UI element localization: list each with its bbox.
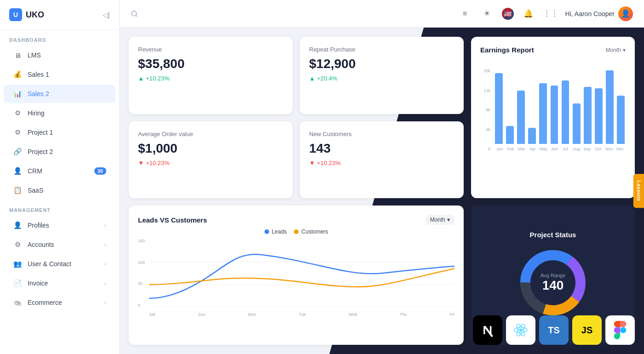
bar-group [527, 66, 537, 144]
sidebar-item-label: Sales 2 [28, 90, 49, 97]
bar-group [605, 66, 615, 144]
sidebar-item-label: Invoice [28, 280, 48, 287]
ecommerce-icon: 🛍 [13, 298, 22, 307]
theme-toggle[interactable]: ☀ [480, 6, 494, 21]
sidebar: U UKO ◁| DASHBOARD 🖥 LMS 💰 Sales 1 📊 Sal… [0, 0, 120, 354]
donut-center: Avg Range 140 [540, 273, 565, 293]
sidebar-item-label: Profiles [28, 222, 49, 229]
crm-icon: 👤 [13, 166, 22, 176]
chevron-down-icon: ▾ [447, 217, 450, 223]
bar [495, 73, 503, 144]
new-customers-value: 143 [309, 141, 454, 156]
layouts-tab[interactable]: Layouts [633, 174, 644, 208]
sidebar-item-project2[interactable]: 🔗 Project 2 [4, 143, 115, 161]
down-arrow-icon: ▼ [138, 160, 144, 166]
notification-bell-icon[interactable]: 🔔 [521, 6, 536, 21]
bar-group [538, 66, 548, 144]
invoice-icon: 📄 [13, 279, 22, 288]
sidebar-item-crm[interactable]: 👤 CRM 30 [4, 162, 115, 180]
project1-icon: ⚙ [13, 128, 22, 137]
sidebar-item-label: Project 2 [28, 148, 53, 155]
earnings-title: Earnings Report [480, 46, 534, 54]
saas-icon: 📋 [13, 186, 22, 195]
revenue-change: ▲ +10.23% [138, 75, 283, 82]
bar-label: Apr [527, 147, 538, 151]
revenue-card: Revenue $35,800 ▲ +10.23% [129, 37, 293, 114]
leads-chart-card: Leads VS Customers Month ▾ Leads Custome… [129, 206, 464, 345]
sidebar-item-sales1[interactable]: 💰 Sales 1 [4, 65, 115, 84]
sidebar-item-lms[interactable]: 🖥 LMS [4, 46, 115, 64]
bar-label: Jul [560, 147, 571, 151]
crm-badge: 30 [94, 167, 106, 175]
sidebar-item-invoice[interactable]: 📄 Invoice › [4, 274, 115, 292]
bar-label: Aug [571, 147, 582, 151]
section-label-dashboard: DASHBOARD [0, 30, 119, 46]
logo-icon: U [9, 8, 22, 21]
invoice-arrow: › [104, 280, 106, 286]
chevron-down-icon: ▾ [623, 47, 626, 53]
menu-icon[interactable]: ≡ [458, 6, 472, 21]
repeat-purchase-value: $12,900 [309, 57, 454, 71]
sidebar-item-profiles[interactable]: 👤 Profiles › [4, 216, 115, 234]
bar-label: Oct [592, 147, 604, 151]
bar-label: Dec [615, 147, 626, 151]
accounts-arrow: › [104, 242, 106, 247]
apps-grid-icon[interactable]: ⋮⋮ [543, 6, 558, 21]
new-customers-card: New Customers 143 ▼ +10.23% [300, 121, 464, 199]
search-box[interactable] [131, 10, 450, 17]
sidebar-item-sales2[interactable]: 📊 Sales 2 [4, 85, 115, 103]
sidebar-item-label: LMS [28, 51, 41, 59]
bar [506, 126, 514, 144]
leads-period-button[interactable]: Month ▾ [426, 215, 454, 225]
leads-line-chart [149, 239, 454, 308]
collapse-sidebar-button[interactable]: ◁| [103, 11, 110, 19]
sidebar-item-project1[interactable]: ⚙ Project 1 [4, 123, 115, 142]
bar-group [549, 66, 559, 144]
sidebar-item-accounts[interactable]: ⚙ Accounts › [4, 235, 115, 254]
donut-label: Avg Range [540, 273, 565, 278]
bar [539, 83, 547, 144]
bar [584, 87, 592, 144]
avg-order-value: $1,000 [138, 141, 283, 156]
bar [517, 91, 525, 144]
leads-chart-header: Leads VS Customers Month ▾ [138, 215, 454, 225]
content-area: Revenue $35,800 ▲ +10.23% Repeat Purchas… [120, 28, 644, 354]
svg-point-13 [519, 328, 522, 331]
bar-group [494, 66, 504, 144]
repeat-purchase-change: ▲ +20.4% [309, 75, 454, 82]
profiles-icon: 👤 [13, 221, 22, 230]
sidebar-item-label: Ecommerce [28, 299, 62, 306]
sidebar-item-saas[interactable]: 📋 SaaS [4, 181, 115, 200]
project2-icon: 🔗 [13, 147, 22, 156]
sidebar-item-label: Sales 1 [28, 71, 49, 78]
revenue-label: Revenue [138, 46, 283, 53]
user-contact-icon: 👥 [13, 259, 22, 268]
earnings-chart-area: 0 4k 8k 11k 15k JanFebMarAprMayJunJulAug… [480, 61, 626, 151]
down-arrow-icon: ▼ [309, 160, 315, 166]
bar-group [560, 66, 570, 144]
bar-group [516, 66, 526, 144]
figma-icon [613, 321, 627, 339]
header: ≡ ☀ 🇺🇸 🔔 ⋮⋮ Hi, Aaron Cooper 👤 [120, 0, 644, 28]
sidebar-item-label: User & Contact [28, 260, 71, 268]
leads-dot [264, 229, 269, 234]
donut-chart: Avg Range 140 [516, 246, 590, 320]
hiring-icon: ⚙ [13, 108, 22, 118]
project-status-title: Project Status [530, 231, 576, 239]
sidebar-item-hiring[interactable]: ⚙ Hiring [4, 104, 115, 122]
search-icon [131, 10, 138, 17]
bar-label: Jun [549, 147, 560, 151]
bar [595, 88, 603, 144]
earnings-card: Earnings Report Month ▾ 0 4k 8k 11k 15k [471, 37, 635, 198]
earnings-period-button[interactable]: Month ▾ [606, 47, 626, 53]
bar-group [572, 66, 581, 144]
bar-label: Jan [494, 147, 505, 151]
bar [606, 70, 614, 144]
user-greeting[interactable]: Hi, Aaron Cooper 👤 [565, 6, 633, 21]
language-selector[interactable]: 🇺🇸 [502, 8, 514, 20]
repeat-purchase-card: Repeat Purchase $12,900 ▲ +20.4% [300, 37, 464, 114]
sidebar-item-user-contact[interactable]: 👥 User & Contact › [4, 255, 115, 273]
lms-icon: 🖥 [13, 51, 22, 60]
sidebar-item-ecommerce[interactable]: 🛍 Ecommerce › [4, 293, 115, 312]
sidebar-item-label: CRM [28, 167, 42, 175]
